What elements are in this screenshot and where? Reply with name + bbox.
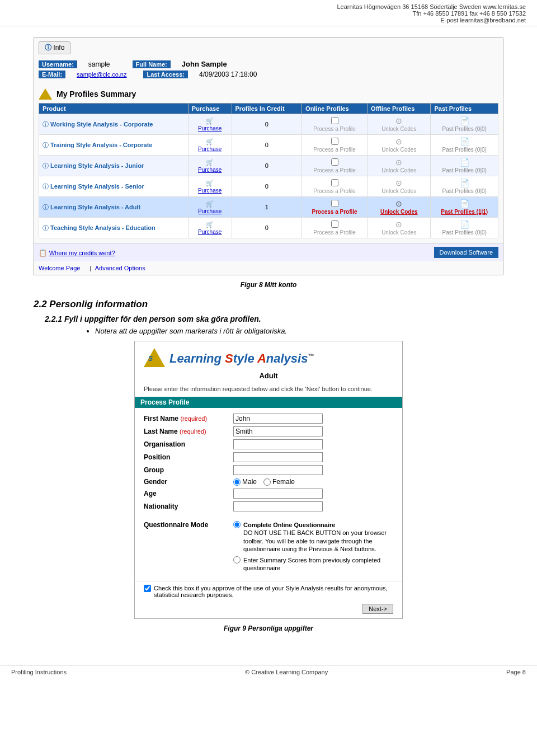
anonymous-label: Check this box if you approve of the use…: [154, 585, 393, 598]
col-past: Past Profiles: [431, 104, 498, 114]
product-cell: ⓘ Learning Style Analysis - Senior: [39, 176, 189, 197]
q-option2-radio[interactable]: [233, 556, 241, 564]
offline-cell[interactable]: ⊙Unlock Codes: [368, 135, 431, 156]
online-cell[interactable]: Process a Profile: [302, 114, 368, 135]
gender-male-radio[interactable]: [233, 478, 241, 486]
fig9-caption: Figur 9 Personliga uppgifter: [34, 624, 503, 632]
q-option1-text: Complete Online Questionnaire DO NOT USE…: [243, 521, 393, 553]
anonymous-checkbox[interactable]: [144, 585, 151, 592]
profiles-table: Product Purchase Profiles In Credit Onli…: [39, 103, 498, 238]
lsa-title-text: Learning Style Analysis™: [169, 351, 314, 366]
user-info-section: Username: sample Full Name: John Sample …: [34, 58, 503, 85]
age-label: Age: [144, 490, 233, 497]
gender-female-radio[interactable]: [263, 478, 271, 486]
questionnaire-row: Questionnaire Mode Complete Online Quest…: [144, 521, 393, 575]
page-footer: Profiling Instructions © Creative Learni…: [0, 665, 537, 679]
nationality-label: Nationality: [144, 503, 233, 510]
user-info-row1: Username: sample Full Name: John Sample: [39, 60, 498, 68]
credits-cell: 0: [232, 218, 302, 238]
advanced-options-link[interactable]: Advanced Options: [95, 265, 145, 271]
offline-cell[interactable]: ⊙Unlock Codes: [368, 114, 431, 135]
lastaccess-value: 4/09/2003 17:18:00: [199, 71, 257, 78]
gender-female-label[interactable]: Female: [263, 478, 295, 486]
q-option1-radio[interactable]: [233, 521, 241, 528]
section-heading-2-2: 2.2 Personlig information: [34, 299, 503, 310]
bottom-bar: 📋 Where my credits went? Download Softwa…: [34, 243, 503, 261]
anonymous-checkbox-row: Check this box if you approve of the use…: [135, 581, 402, 602]
last-name-input[interactable]: [233, 426, 323, 436]
past-profiles-cell[interactable]: 📄Past Profiles (0|0): [431, 135, 498, 156]
online-cell[interactable]: Process a Profile: [302, 156, 368, 176]
bullet-item-1: Notera att de uppgifter som markerats i …: [95, 327, 503, 335]
table-row: ⓘ Learning Style Analysis - Adult🛒Purcha…: [39, 197, 498, 218]
purchase-cell[interactable]: 🛒Purchase: [188, 197, 232, 218]
table-row: ⓘ Learning Style Analysis - Senior🛒Purch…: [39, 176, 498, 197]
purchase-cell[interactable]: 🛒Purchase: [188, 218, 232, 238]
download-software-button[interactable]: Download Software: [434, 247, 498, 258]
where-credits-link[interactable]: 📋 Where my credits went?: [39, 248, 115, 257]
q-option2-text: Enter Summary Scores from previously com…: [243, 556, 393, 572]
lsa-s-letter: S: [148, 355, 153, 363]
subsection-heading-2-2-1: 2.2.1 Fyll i uppgifter för den person so…: [45, 314, 503, 323]
past-profiles-cell[interactable]: 📄Past Profiles (0|0): [431, 218, 498, 238]
purchase-cell[interactable]: 🛒Purchase: [188, 114, 232, 135]
nationality-input[interactable]: [233, 501, 323, 511]
offline-cell[interactable]: ⊙Unlock Codes: [368, 176, 431, 197]
offline-cell[interactable]: ⊙Unlock Codes: [368, 197, 431, 218]
online-cell[interactable]: Process a Profile: [302, 135, 368, 156]
gender-male-label[interactable]: Male: [233, 478, 257, 486]
purchase-cell[interactable]: 🛒Purchase: [188, 135, 232, 156]
organisation-input[interactable]: [233, 439, 323, 449]
offline-cell[interactable]: ⊙Unlock Codes: [368, 156, 431, 176]
header-line3: E-post learnitas@bredband.net: [11, 17, 526, 24]
lsa-triangle-icon: [144, 348, 165, 367]
fullname-value: John Sample: [182, 60, 227, 68]
form-section: First Name (required) Last Name (require…: [135, 411, 402, 519]
purchase-cell[interactable]: 🛒Purchase: [188, 156, 232, 176]
organisation-row: Organisation: [144, 439, 393, 449]
col-credits: Profiles In Credit: [232, 104, 302, 114]
questionnaire-options: Complete Online Questionnaire DO NOT USE…: [233, 521, 393, 575]
fig8-caption: Figur 8 Mitt konto: [34, 281, 503, 289]
fullname-label: Full Name:: [133, 60, 171, 68]
col-offline: Offline Profiles: [368, 104, 431, 114]
position-row: Position: [144, 452, 393, 462]
product-cell: ⓘ Learning Style Analysis - Adult: [39, 197, 189, 218]
age-input[interactable]: [233, 489, 323, 499]
product-cell: ⓘ Working Style Analysis - Corporate: [39, 114, 189, 135]
position-input[interactable]: [233, 452, 323, 462]
last-name-label: Last Name (required): [144, 428, 233, 435]
footer-center: © Creative Learning Company: [245, 669, 328, 675]
first-name-input[interactable]: [233, 414, 323, 424]
past-profiles-cell[interactable]: 📄Past Profiles (0|0): [431, 114, 498, 135]
credits-cell: 0: [232, 114, 302, 135]
lastaccess-label: Last Access:: [143, 71, 187, 78]
past-profiles-cell[interactable]: 📄Past Profiles (0|0): [431, 156, 498, 176]
purchase-cell[interactable]: 🛒Purchase: [188, 176, 232, 197]
online-cell[interactable]: Process a Profile: [302, 218, 368, 238]
q-option1: Complete Online Questionnaire DO NOT USE…: [233, 521, 393, 553]
offline-cell[interactable]: ⊙Unlock Codes: [368, 218, 431, 238]
credits-cell: 0: [232, 176, 302, 197]
first-name-label: First Name (required): [144, 415, 233, 422]
past-profiles-cell[interactable]: 📄Past Profiles (1|1): [431, 197, 498, 218]
lsa-header: S Learning Style Analysis™: [135, 341, 402, 372]
questionnaire-mode-label: Questionnaire Mode: [144, 521, 233, 529]
product-cell: ⓘ Learning Style Analysis - Junior: [39, 156, 189, 176]
info-icon: ⓘ: [45, 44, 51, 51]
username-label: Username:: [39, 60, 77, 68]
footer-right: Page 8: [506, 669, 526, 675]
online-cell[interactable]: Process a Profile: [302, 197, 368, 218]
username-value: sample: [88, 60, 110, 68]
email-link[interactable]: sample@clc.co.nz: [77, 71, 126, 78]
next-button[interactable]: Next->: [362, 604, 393, 614]
online-cell[interactable]: Process a Profile: [302, 176, 368, 197]
welcome-page-link[interactable]: Welcome Page: [39, 265, 80, 271]
info-tab[interactable]: ⓘ Info: [39, 41, 70, 54]
gender-label: Gender: [144, 478, 233, 486]
group-input[interactable]: [233, 465, 323, 475]
past-profiles-cell[interactable]: 📄Past Profiles (0|0): [431, 176, 498, 197]
organisation-label: Organisation: [144, 440, 233, 448]
gender-row: Gender Male Female: [144, 478, 393, 486]
header-line1: Learnitas Högmovägen 36 15168 Södertälje…: [11, 3, 526, 10]
